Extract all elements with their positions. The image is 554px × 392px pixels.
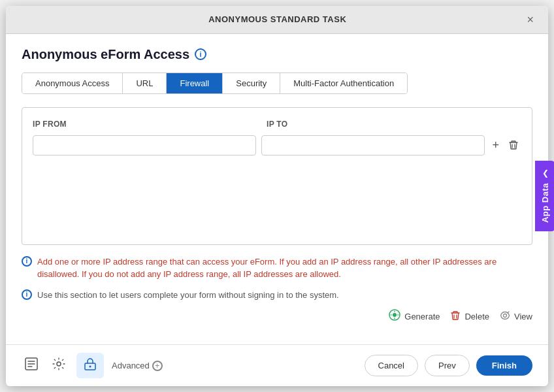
ip-from-label: IP FROM [33,120,67,129]
svg-point-1 [504,314,507,317]
ip-actions: + [490,136,522,155]
footer-nav: Cancel Prev Finish [365,355,532,376]
cancel-button[interactable]: Cancel [365,355,418,376]
ip-to-label: IP TO [267,120,287,129]
tab-security[interactable]: Security [223,73,280,93]
side-panel-arrow: ❮ [542,169,549,178]
view-label: View [514,312,532,321]
tabs-container: Anonymous Access URL Firewall Security M… [22,73,408,94]
svg-point-5 [90,366,91,368]
info-note-1: i Add one or more IP address range that … [22,255,532,281]
advanced-label: Advanced [112,361,150,370]
generate-button[interactable]: Generate [389,309,440,323]
generate-icon [389,309,400,323]
ip-from-input[interactable] [33,135,256,155]
footer: Advanced + Cancel Prev Finish [6,344,548,386]
advanced-button[interactable]: Advanced + [112,361,163,371]
form-icon-button[interactable] [22,354,41,377]
add-ip-button[interactable]: + [490,136,502,155]
prev-button[interactable]: Prev [425,355,470,376]
main-content: Anonymous eForm Access i Anonymous Acces… [6,34,548,345]
tab-firewall[interactable]: Firewall [167,73,223,93]
info-note-2: i Use this section to let users complete… [22,289,532,302]
ip-input-row: + [33,135,521,155]
delete-ip-button[interactable] [506,137,521,153]
ip-header-row: IP FROM IP TO [33,118,521,129]
view-icon [500,310,510,323]
access-icon-button[interactable] [76,353,104,378]
delete-label: Delete [464,312,489,321]
firewall-panel: IP FROM IP TO + [22,107,532,245]
app-data-panel[interactable]: ❮ App Data [535,161,554,231]
title-bar: ANONYMOUS STANDARD TASK × [6,6,548,34]
side-panel-wrapper: ❮ App Data [535,0,554,392]
footer-icons: Advanced + [22,353,163,378]
note2-text: Use this section to let users complete y… [37,289,339,302]
side-panel-text: App Data [540,183,550,223]
tab-mfa[interactable]: Multi-Factor Authentication [280,73,407,93]
advanced-plus-icon: + [152,361,163,371]
view-button[interactable]: View [500,309,532,323]
delete-button[interactable]: Delete [450,309,489,323]
note1-info-icon: i [22,256,32,267]
svg-point-3 [57,362,61,366]
tab-url[interactable]: URL [123,73,167,93]
page-title-row: Anonymous eForm Access i [22,47,532,62]
footer-bottom: Advanced + Cancel Prev Finish [22,353,532,378]
window-title: ANONYMOUS STANDARD TASK [32,14,523,24]
tab-anonymous-access[interactable]: Anonymous Access [22,73,123,93]
finish-button[interactable]: Finish [476,355,532,376]
note2-info-icon: i [22,289,32,300]
note1-text: Add one or more IP address range that ca… [37,255,532,281]
page-info-icon[interactable]: i [195,48,206,60]
ip-to-input[interactable] [261,135,485,155]
page-title: Anonymous eForm Access [22,47,189,62]
settings-icon-button[interactable] [49,354,69,377]
generate-label: Generate [404,312,440,321]
delete-icon [450,310,461,323]
action-links: Generate Delete [22,309,532,323]
